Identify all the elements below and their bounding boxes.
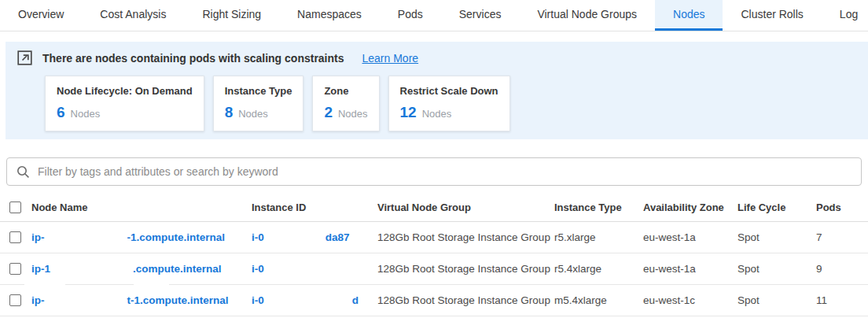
col-instance-id[interactable]: Instance ID — [252, 202, 377, 213]
node-name-link[interactable]: .compute.internal — [133, 263, 222, 275]
pods-cell: 11 — [816, 294, 868, 306]
cluster-tab-bar: Overview Cost Analysis Right Sizing Name… — [0, 0, 868, 31]
card-title: Zone — [324, 85, 367, 97]
card-count: 8 — [225, 104, 234, 121]
filter-search-box[interactable] — [6, 157, 862, 186]
constraint-cards: Node Lifecycle: On Demand 6 Nodes Instan… — [45, 76, 868, 131]
tab-overview[interactable]: Overview — [0, 0, 82, 31]
card-unit: Nodes — [422, 108, 452, 120]
search-icon — [17, 165, 30, 179]
col-life-cycle[interactable]: Life Cycle — [737, 202, 816, 213]
banner-message: There are nodes containing pods with sca… — [42, 52, 344, 65]
node-name-link[interactable]: -1.compute.internal — [127, 231, 226, 243]
instance-id-link[interactable]: i-0 — [252, 231, 264, 243]
card-node-lifecycle[interactable]: Node Lifecycle: On Demand 6 Nodes — [45, 76, 204, 131]
card-restrict-scale-down[interactable]: Restrict Scale Down 12 Nodes — [388, 76, 510, 131]
instance-type-cell: m5.4xlarge — [554, 294, 643, 306]
availability-zone-cell: eu-west-1c — [643, 294, 737, 306]
card-count: 12 — [400, 104, 417, 121]
table-row[interactable]: ip- t-1.compute.internal i-0 d 128Gb Roo… — [0, 285, 868, 316]
card-zone[interactable]: Zone 2 Nodes — [312, 76, 379, 131]
tab-services[interactable]: Services — [441, 0, 520, 31]
node-name-link[interactable]: ip- — [31, 294, 45, 306]
vng-cell: 128Gb Root Storage Instance Group — [377, 231, 554, 243]
vng-cell: 128Gb Root Storage Instance Group — [377, 263, 554, 275]
life-cycle-cell: Spot — [737, 294, 816, 306]
card-count: 6 — [57, 104, 65, 121]
card-title: Instance Type — [225, 85, 292, 97]
col-pods[interactable]: Pods — [816, 202, 868, 213]
card-count: 2 — [324, 104, 333, 121]
select-row-checkbox[interactable] — [9, 294, 21, 306]
life-cycle-cell: Spot — [737, 231, 816, 243]
card-title: Node Lifecycle: On Demand — [57, 85, 193, 97]
select-row-checkbox[interactable] — [9, 263, 21, 275]
availability-zone-cell: eu-west-1a — [643, 231, 737, 243]
table-row[interactable]: ip-1 .compute.internal i-0 128Gb Root St… — [0, 253, 868, 285]
tab-namespaces[interactable]: Namespaces — [279, 0, 380, 31]
card-unit: Nodes — [338, 108, 368, 120]
tab-cluster-rolls[interactable]: Cluster Rolls — [723, 0, 821, 31]
col-availability-zone[interactable]: Availability Zone — [643, 202, 737, 213]
select-row-checkbox[interactable] — [9, 231, 21, 243]
tab-cost-analysis[interactable]: Cost Analysis — [82, 0, 184, 31]
node-name-link[interactable]: t-1.compute.internal — [127, 294, 229, 306]
node-name-link[interactable]: ip- — [31, 231, 45, 243]
instance-type-cell: r5.xlarge — [554, 231, 643, 243]
instance-id-link[interactable]: i-0 — [252, 263, 264, 275]
pods-cell: 9 — [816, 263, 868, 275]
table-row[interactable]: ip- -1.compute.internal i-0 da87 128Gb R… — [0, 222, 868, 253]
instance-id-link[interactable]: da87 — [326, 231, 350, 243]
card-title: Restrict Scale Down — [400, 85, 498, 97]
pods-cell: 7 — [816, 231, 868, 243]
vng-cell: 128Gb Root Storage Instance Group — [377, 294, 554, 306]
learn-more-link[interactable]: Learn More — [362, 52, 419, 65]
tab-pods[interactable]: Pods — [380, 0, 441, 31]
tab-nodes[interactable]: Nodes — [655, 0, 723, 31]
scale-external-link-icon — [17, 50, 32, 65]
nodes-table-header: Node Name Instance ID Virtual Node Group… — [0, 194, 868, 222]
col-virtual-node-group[interactable]: Virtual Node Group — [377, 202, 554, 213]
search-input[interactable] — [38, 165, 851, 178]
tab-virtual-node-groups[interactable]: Virtual Node Groups — [519, 0, 655, 31]
scaling-constraints-banner: There are nodes containing pods with sca… — [6, 42, 868, 139]
tab-right-sizing[interactable]: Right Sizing — [184, 0, 279, 31]
instance-id-link[interactable]: d — [352, 294, 359, 306]
select-all-checkbox[interactable] — [9, 202, 21, 213]
tab-log[interactable]: Log — [822, 0, 868, 31]
card-unit: Nodes — [71, 108, 101, 120]
life-cycle-cell: Spot — [737, 263, 816, 275]
card-unit: Nodes — [238, 108, 268, 120]
col-node-name[interactable]: Node Name — [31, 202, 252, 213]
card-instance-type[interactable]: Instance Type 8 Nodes — [213, 76, 304, 131]
instance-id-link[interactable]: i-0 — [252, 294, 264, 306]
availability-zone-cell: eu-west-1a — [643, 263, 737, 275]
instance-type-cell: r5.4xlarge — [554, 263, 643, 275]
node-name-link[interactable]: ip-1 — [31, 263, 50, 275]
col-instance-type[interactable]: Instance Type — [554, 202, 643, 213]
